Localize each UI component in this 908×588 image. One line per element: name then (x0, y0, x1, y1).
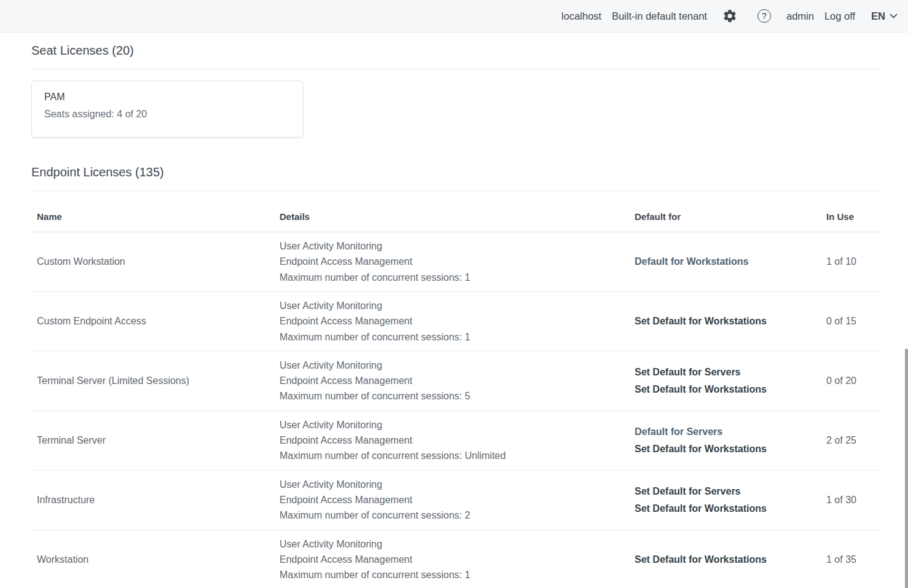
card-title: PAM (44, 92, 291, 103)
license-name: Custom Workstation (31, 256, 280, 267)
default-for-cell: Default for Workstations (635, 253, 826, 270)
license-details: User Activity Monitoring Endpoint Access… (280, 238, 635, 285)
column-header-default-for: Default for (635, 211, 826, 232)
section-divider (31, 69, 881, 69)
license-name: Terminal Server (Limited Sessions) (31, 375, 280, 386)
detail-line: Endpoint Access Management (280, 373, 635, 388)
in-use-value: 1 of 35 (826, 554, 881, 565)
set-default-servers-link[interactable]: Set Default for Servers (635, 364, 826, 381)
detail-line: User Activity Monitoring (280, 358, 635, 373)
set-default-workstations-link[interactable]: Set Default for Workstations (635, 551, 826, 568)
detail-line: User Activity Monitoring (280, 536, 635, 552)
detail-line: User Activity Monitoring (280, 298, 635, 313)
endpoint-licenses-title: Endpoint Licenses (135) (31, 165, 881, 179)
detail-line: Endpoint Access Management (280, 254, 635, 269)
set-default-workstations-link[interactable]: Set Default for Workstations (635, 500, 826, 517)
vertical-scrollbar-thumb[interactable] (905, 349, 908, 588)
logoff-link[interactable]: Log off (824, 10, 855, 22)
table-row: Terminal Server User Activity Monitoring… (31, 410, 881, 470)
detail-line: Endpoint Access Management (280, 313, 635, 329)
set-default-servers-link[interactable]: Set Default for Servers (635, 483, 826, 500)
detail-line: Maximum number of concurrent sessions: 2 (280, 508, 635, 523)
language-label: EN (871, 10, 885, 22)
license-details: User Activity Monitoring Endpoint Access… (280, 417, 635, 464)
set-default-workstations-link[interactable]: Set Default for Workstations (635, 381, 826, 398)
detail-line: Maximum number of concurrent sessions: 1 (280, 567, 635, 582)
default-for-cell: Set Default for Workstations (635, 551, 826, 568)
chevron-down-icon (890, 14, 898, 18)
set-default-workstations-link[interactable]: Set Default for Workstations (635, 441, 826, 458)
set-default-workstations-link[interactable]: Set Default for Workstations (635, 313, 826, 330)
license-name: Custom Endpoint Access (31, 316, 280, 327)
help-button[interactable]: ? (757, 9, 771, 23)
license-name: Terminal Server (31, 435, 280, 446)
table-row: Infrastructure User Activity Monitoring … (31, 470, 881, 530)
in-use-value: 1 of 30 (826, 495, 881, 506)
detail-line: User Activity Monitoring (280, 477, 635, 492)
pam-seat-license-card: PAM Seats assigned: 4 of 20 (31, 80, 303, 138)
default-status-label: Default for Servers (635, 423, 826, 441)
license-name: Infrastructure (31, 495, 280, 506)
top-bar: localhost Built-in default tenant ? admi… (0, 0, 908, 33)
default-for-cell: Set Default for Servers Set Default for … (635, 483, 826, 517)
help-icon: ? (757, 9, 771, 23)
detail-line: Endpoint Access Management (280, 552, 635, 567)
detail-line: Maximum number of concurrent sessions: 5 (280, 388, 635, 404)
detail-line: Maximum number of concurrent sessions: U… (280, 448, 635, 463)
license-details: User Activity Monitoring Endpoint Access… (280, 298, 635, 345)
default-for-cell: Set Default for Workstations (635, 313, 826, 330)
column-header-details: Details (280, 211, 635, 232)
license-name: Workstation (31, 554, 280, 565)
column-header-name: Name (31, 211, 280, 232)
default-for-cell: Set Default for Servers Set Default for … (635, 364, 826, 398)
detail-line: Endpoint Access Management (280, 433, 635, 448)
table-row: Workstation User Activity Monitoring End… (31, 530, 881, 588)
in-use-value: 1 of 10 (826, 256, 881, 267)
license-details: User Activity Monitoring Endpoint Access… (280, 536, 635, 583)
gear-icon (722, 9, 737, 23)
in-use-value: 2 of 25 (826, 435, 881, 446)
table-row: Terminal Server (Limited Sessions) User … (31, 351, 881, 410)
table-header-row: Name Details Default for In Use (31, 191, 881, 232)
column-header-in-use: In Use (826, 211, 881, 232)
license-page: Seat Licenses (20) PAM Seats assigned: 4… (0, 33, 908, 588)
settings-button[interactable] (722, 9, 737, 23)
detail-line: User Activity Monitoring (280, 238, 635, 254)
detail-line: Maximum number of concurrent sessions: 1 (280, 329, 635, 345)
in-use-value: 0 of 20 (826, 375, 881, 386)
username-link[interactable]: admin (786, 10, 814, 22)
license-details: User Activity Monitoring Endpoint Access… (280, 477, 635, 523)
license-details: User Activity Monitoring Endpoint Access… (280, 358, 635, 404)
table-row: Custom Workstation User Activity Monitor… (31, 232, 881, 291)
table-row: Custom Endpoint Access User Activity Mon… (31, 291, 881, 351)
seat-licenses-title: Seat Licenses (20) (31, 33, 881, 58)
default-for-cell: Default for Servers Set Default for Work… (635, 423, 826, 458)
language-selector[interactable]: EN (871, 10, 898, 22)
hostname-label: localhost (562, 10, 601, 22)
tenant-label: Built-in default tenant (612, 10, 707, 22)
seats-assigned-text: Seats assigned: 4 of 20 (44, 109, 291, 120)
default-status-label: Default for Workstations (635, 253, 826, 270)
in-use-value: 0 of 15 (826, 316, 881, 327)
endpoint-licenses-table: Name Details Default for In Use Custom W… (31, 191, 881, 588)
detail-line: User Activity Monitoring (280, 417, 635, 433)
detail-line: Maximum number of concurrent sessions: 1 (280, 270, 635, 285)
detail-line: Endpoint Access Management (280, 492, 635, 508)
